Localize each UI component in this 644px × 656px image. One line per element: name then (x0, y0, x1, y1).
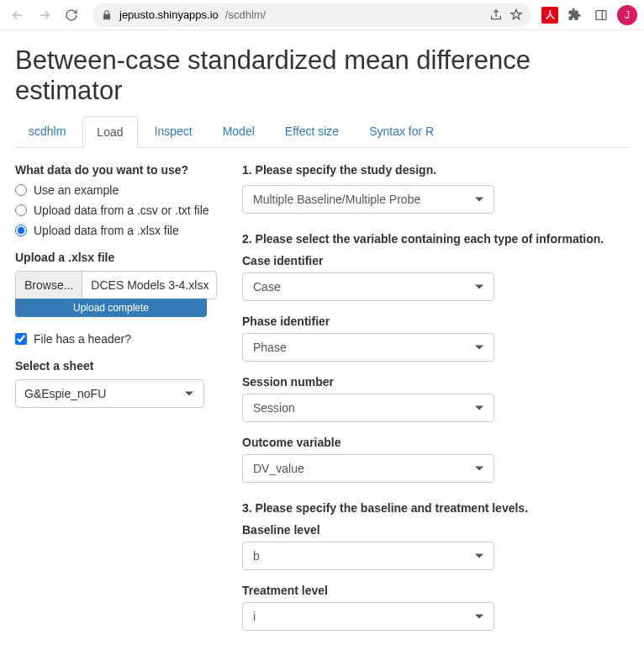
baseline-select[interactable]: b (242, 542, 494, 570)
outcome-select[interactable]: DV_value (242, 454, 494, 483)
chevron-down-icon (475, 198, 483, 202)
bookmark-star-icon[interactable] (509, 8, 523, 22)
case-select[interactable]: Case (242, 272, 494, 301)
page-title: Between-case standardized mean differenc… (15, 45, 629, 106)
step-1-label: 1. Please specify the study design. (242, 163, 629, 177)
chevron-down-icon (475, 615, 483, 619)
chevron-down-icon (475, 467, 483, 471)
chevron-down-icon (475, 346, 483, 350)
radio-upload-csv[interactable]: Upload data from a .csv or .txt file (15, 204, 217, 217)
browser-toolbar: jepusto.shinyapps.io/scdhlm/ 人 J (0, 0, 644, 30)
step-3-label: 3. Please specify the baseline and treat… (242, 501, 629, 515)
tab-scdhlm[interactable]: scdhlm (15, 116, 79, 147)
baseline-label: Baseline level (242, 523, 629, 537)
svg-rect-0 (596, 10, 606, 19)
chevron-down-icon (475, 285, 483, 289)
sheet-label: Select a sheet (15, 359, 217, 373)
url-domain: jepusto.shinyapps.io (119, 8, 219, 21)
case-label: Case identifier (242, 254, 629, 267)
chevron-down-icon (475, 554, 483, 558)
sheet-select[interactable]: G&Espie_noFU (15, 379, 204, 408)
address-bar[interactable]: jepusto.shinyapps.io/scdhlm/ (92, 3, 531, 27)
panel-icon[interactable] (590, 4, 612, 26)
design-select[interactable]: Multiple Baseline/Multiple Probe (242, 185, 494, 214)
lock-icon (101, 9, 113, 21)
share-icon[interactable] (489, 8, 503, 22)
right-panel: 1. Please specify the study design. Mult… (242, 163, 629, 631)
data-source-question: What data do you want to use? (15, 163, 217, 177)
file-input[interactable]: Browse... DCES Models 3-4.xlsx (15, 271, 217, 299)
session-select[interactable]: Session (242, 394, 494, 422)
tab-load[interactable]: Load (82, 116, 137, 148)
url-path: /scdhlm/ (225, 8, 266, 21)
treatment-label: Treatment level (242, 584, 629, 597)
upload-progress: Upload complete (15, 299, 207, 317)
left-panel: What data do you want to use? Use an exa… (15, 163, 217, 631)
profile-avatar[interactable]: J (617, 5, 637, 25)
phase-label: Phase identifier (242, 315, 629, 328)
file-name: DCES Models 3-4.xlsx (82, 272, 216, 299)
radio-upload-xlsx[interactable]: Upload data from a .xlsx file (15, 224, 217, 237)
phase-select[interactable]: Phase (242, 333, 494, 362)
back-button[interactable] (7, 4, 29, 26)
session-label: Session number (242, 375, 629, 389)
tab-model[interactable]: Model (209, 116, 268, 147)
outcome-label: Outcome variable (242, 436, 629, 449)
reload-button[interactable] (61, 4, 82, 26)
tab-inspect[interactable]: Inspect (141, 116, 206, 147)
treatment-select[interactable]: i (242, 602, 494, 631)
tab-syntax[interactable]: Syntax for R (356, 116, 447, 147)
chevron-down-icon (185, 392, 193, 396)
tab-effect-size[interactable]: Effect size (272, 116, 352, 147)
browse-button[interactable]: Browse... (16, 272, 82, 299)
chevron-down-icon (475, 406, 483, 410)
upload-label: Upload a .xlsx file (15, 251, 217, 264)
radio-use-example[interactable]: Use an example (15, 183, 217, 197)
tab-bar: scdhlm Load Inspect Model Effect size Sy… (15, 116, 629, 148)
forward-button[interactable] (34, 4, 55, 26)
header-checkbox[interactable]: File has a header? (15, 332, 217, 346)
app-content: Between-case standardized mean differenc… (0, 30, 644, 646)
extensions-icon[interactable] (563, 4, 585, 26)
extension-badge[interactable]: 人 (541, 7, 558, 24)
step-2-label: 2. Please select the variable containing… (242, 232, 629, 246)
